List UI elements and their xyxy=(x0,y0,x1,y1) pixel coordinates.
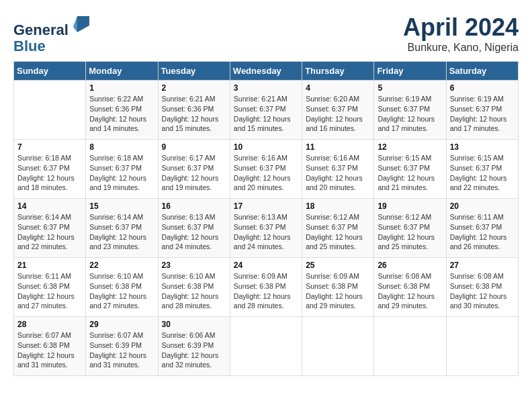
day-info: Sunrise: 6:09 AMSunset: 6:38 PMDaylight:… xyxy=(306,271,370,311)
day-number: 20 xyxy=(450,201,515,211)
day-number: 9 xyxy=(162,142,226,152)
calendar-cell: 28Sunrise: 6:07 AMSunset: 6:38 PMDayligh… xyxy=(14,317,86,376)
day-number: 25 xyxy=(306,261,370,270)
day-info: Sunrise: 6:11 AMSunset: 6:38 PMDaylight:… xyxy=(17,271,82,311)
calendar-cell: 16Sunrise: 6:13 AMSunset: 6:37 PMDayligh… xyxy=(158,199,230,258)
day-info: Sunrise: 6:12 AMSunset: 6:37 PMDaylight:… xyxy=(306,212,370,252)
calendar-cell xyxy=(446,317,518,376)
day-info: Sunrise: 6:10 AMSunset: 6:38 PMDaylight:… xyxy=(162,271,226,311)
day-info: Sunrise: 6:20 AMSunset: 6:37 PMDaylight:… xyxy=(306,94,370,134)
day-number: 17 xyxy=(234,201,298,211)
day-number: 1 xyxy=(89,83,154,93)
day-number: 30 xyxy=(162,320,226,329)
month-title: April 2024 xyxy=(403,13,519,42)
calendar-cell: 6Sunrise: 6:19 AMSunset: 6:37 PMDaylight… xyxy=(446,81,518,140)
day-info: Sunrise: 6:07 AMSunset: 6:39 PMDaylight:… xyxy=(89,330,154,370)
calendar-cell: 27Sunrise: 6:08 AMSunset: 6:38 PMDayligh… xyxy=(446,258,518,317)
day-number: 15 xyxy=(89,201,154,211)
day-number: 23 xyxy=(162,261,226,270)
header-day-thursday: Thursday xyxy=(302,62,374,81)
header-day-saturday: Saturday xyxy=(446,62,518,81)
day-info: Sunrise: 6:09 AMSunset: 6:38 PMDaylight:… xyxy=(234,271,298,311)
calendar-cell: 19Sunrise: 6:12 AMSunset: 6:37 PMDayligh… xyxy=(374,199,446,258)
day-info: Sunrise: 6:06 AMSunset: 6:39 PMDaylight:… xyxy=(162,330,226,370)
day-info: Sunrise: 6:13 AMSunset: 6:37 PMDaylight:… xyxy=(234,212,298,252)
calendar-cell: 9Sunrise: 6:17 AMSunset: 6:37 PMDaylight… xyxy=(158,140,230,199)
header-day-monday: Monday xyxy=(86,62,158,81)
day-info: Sunrise: 6:12 AMSunset: 6:37 PMDaylight:… xyxy=(378,212,442,252)
day-number: 10 xyxy=(234,142,298,152)
calendar-cell xyxy=(14,81,86,140)
day-number: 7 xyxy=(17,142,82,152)
calendar-cell: 15Sunrise: 6:14 AMSunset: 6:37 PMDayligh… xyxy=(86,199,158,258)
calendar-cell: 8Sunrise: 6:18 AMSunset: 6:37 PMDaylight… xyxy=(86,140,158,199)
calendar-cell: 22Sunrise: 6:10 AMSunset: 6:38 PMDayligh… xyxy=(86,258,158,317)
title-area: April 2024 Bunkure, Kano, Nigeria xyxy=(403,13,519,54)
day-info: Sunrise: 6:22 AMSunset: 6:36 PMDaylight:… xyxy=(89,94,154,134)
calendar-cell: 25Sunrise: 6:09 AMSunset: 6:38 PMDayligh… xyxy=(302,258,374,317)
calendar-cell xyxy=(230,317,302,376)
day-number: 8 xyxy=(89,142,154,152)
calendar-cell: 29Sunrise: 6:07 AMSunset: 6:39 PMDayligh… xyxy=(86,317,158,376)
day-info: Sunrise: 6:11 AMSunset: 6:37 PMDaylight:… xyxy=(450,212,515,252)
calendar-cell: 26Sunrise: 6:08 AMSunset: 6:38 PMDayligh… xyxy=(374,258,446,317)
calendar-header-row: SundayMondayTuesdayWednesdayThursdayFrid… xyxy=(14,62,519,81)
day-info: Sunrise: 6:16 AMSunset: 6:37 PMDaylight:… xyxy=(234,153,298,193)
day-info: Sunrise: 6:07 AMSunset: 6:38 PMDaylight:… xyxy=(17,330,82,370)
calendar-cell xyxy=(302,317,374,376)
day-number: 18 xyxy=(306,201,370,211)
day-info: Sunrise: 6:21 AMSunset: 6:36 PMDaylight:… xyxy=(162,94,226,134)
calendar-cell: 17Sunrise: 6:13 AMSunset: 6:37 PMDayligh… xyxy=(230,199,302,258)
day-number: 26 xyxy=(378,261,442,270)
week-row-2: 7Sunrise: 6:18 AMSunset: 6:37 PMDaylight… xyxy=(14,140,519,199)
day-number: 14 xyxy=(17,201,82,211)
day-info: Sunrise: 6:15 AMSunset: 6:37 PMDaylight:… xyxy=(378,153,442,193)
day-number: 28 xyxy=(17,320,82,329)
day-info: Sunrise: 6:08 AMSunset: 6:38 PMDaylight:… xyxy=(450,271,515,311)
calendar-cell: 30Sunrise: 6:06 AMSunset: 6:39 PMDayligh… xyxy=(158,317,230,376)
day-info: Sunrise: 6:19 AMSunset: 6:37 PMDaylight:… xyxy=(378,94,442,134)
day-info: Sunrise: 6:19 AMSunset: 6:37 PMDaylight:… xyxy=(450,94,515,134)
day-number: 22 xyxy=(89,261,154,270)
day-number: 19 xyxy=(378,201,442,211)
calendar-cell: 20Sunrise: 6:11 AMSunset: 6:37 PMDayligh… xyxy=(446,199,518,258)
day-info: Sunrise: 6:08 AMSunset: 6:38 PMDaylight:… xyxy=(378,271,442,311)
calendar-table: SundayMondayTuesdayWednesdayThursdayFrid… xyxy=(13,61,519,376)
day-number: 16 xyxy=(162,201,226,211)
calendar-cell: 24Sunrise: 6:09 AMSunset: 6:38 PMDayligh… xyxy=(230,258,302,317)
day-number: 27 xyxy=(450,261,515,270)
calendar-cell: 10Sunrise: 6:16 AMSunset: 6:37 PMDayligh… xyxy=(230,140,302,199)
calendar-cell: 18Sunrise: 6:12 AMSunset: 6:37 PMDayligh… xyxy=(302,199,374,258)
day-number: 5 xyxy=(378,83,442,93)
day-number: 29 xyxy=(89,320,154,329)
location-title: Bunkure, Kano, Nigeria xyxy=(403,42,519,54)
day-info: Sunrise: 6:14 AMSunset: 6:37 PMDaylight:… xyxy=(89,212,154,252)
logo-text: General Blue xyxy=(13,13,92,54)
day-info: Sunrise: 6:18 AMSunset: 6:37 PMDaylight:… xyxy=(89,153,154,193)
calendar-cell: 11Sunrise: 6:16 AMSunset: 6:37 PMDayligh… xyxy=(302,140,374,199)
day-number: 4 xyxy=(306,83,370,93)
day-number: 24 xyxy=(234,261,298,270)
calendar-cell: 21Sunrise: 6:11 AMSunset: 6:38 PMDayligh… xyxy=(14,258,86,317)
calendar-cell: 14Sunrise: 6:14 AMSunset: 6:37 PMDayligh… xyxy=(14,199,86,258)
calendar-cell: 5Sunrise: 6:19 AMSunset: 6:37 PMDaylight… xyxy=(374,81,446,140)
day-number: 21 xyxy=(17,261,82,270)
day-info: Sunrise: 6:13 AMSunset: 6:37 PMDaylight:… xyxy=(162,212,226,252)
day-number: 12 xyxy=(378,142,442,152)
page-header: General Blue April 2024 Bunkure, Kano, N… xyxy=(13,13,519,54)
header-day-sunday: Sunday xyxy=(14,62,86,81)
day-number: 13 xyxy=(450,142,515,152)
calendar-cell: 13Sunrise: 6:15 AMSunset: 6:37 PMDayligh… xyxy=(446,140,518,199)
svg-marker-0 xyxy=(77,16,89,32)
calendar-cell: 4Sunrise: 6:20 AMSunset: 6:37 PMDaylight… xyxy=(302,81,374,140)
day-info: Sunrise: 6:21 AMSunset: 6:37 PMDaylight:… xyxy=(234,94,298,134)
logo: General Blue xyxy=(13,13,92,54)
header-day-tuesday: Tuesday xyxy=(158,62,230,81)
calendar-cell xyxy=(374,317,446,376)
day-number: 3 xyxy=(234,83,298,93)
calendar-cell: 1Sunrise: 6:22 AMSunset: 6:36 PMDaylight… xyxy=(86,81,158,140)
header-day-wednesday: Wednesday xyxy=(230,62,302,81)
week-row-1: 1Sunrise: 6:22 AMSunset: 6:36 PMDaylight… xyxy=(14,81,519,140)
day-info: Sunrise: 6:14 AMSunset: 6:37 PMDaylight:… xyxy=(17,212,82,252)
day-info: Sunrise: 6:15 AMSunset: 6:37 PMDaylight:… xyxy=(450,153,515,193)
